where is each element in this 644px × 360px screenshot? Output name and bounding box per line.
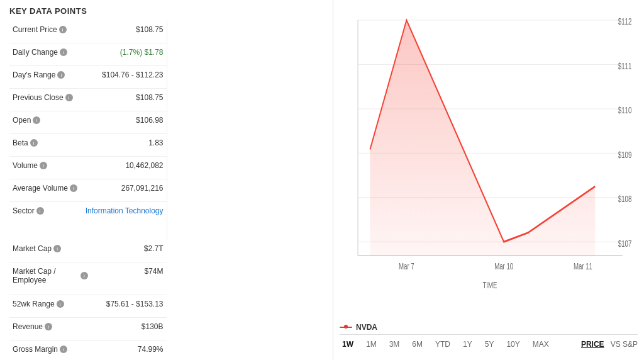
time-btn-10y[interactable]: 10Y bbox=[504, 339, 522, 350]
open-value: $106.98 bbox=[136, 116, 163, 125]
x-label-mar11: Mar 11 bbox=[574, 261, 592, 272]
metric-buttons: PRICE VS S&P bbox=[581, 340, 638, 349]
section-title: KEY DATA POINTS bbox=[9, 6, 323, 16]
time-btn-ytd[interactable]: YTD bbox=[433, 339, 453, 350]
time-btn-5y[interactable]: 5Y bbox=[482, 339, 497, 350]
market-cap-employee-label: Market Cap / Employee i bbox=[13, 267, 88, 284]
left-panel: KEY DATA POINTS Current Price i $108.75 … bbox=[0, 0, 333, 360]
current-price-info-icon[interactable]: i bbox=[59, 26, 67, 33]
open-info-icon[interactable]: i bbox=[33, 116, 40, 124]
market-cap-employee-info-icon[interactable]: i bbox=[80, 272, 88, 279]
open-label: Open i bbox=[13, 116, 40, 125]
market-cap-row: Market Cap i $2.7T bbox=[9, 240, 167, 262]
avg-volume-row: Average Volume i 267,091,216 bbox=[9, 179, 167, 202]
gross-margin-label: Gross Margin i bbox=[13, 345, 67, 354]
market-cap-employee-value: $74M bbox=[144, 267, 163, 276]
volume-value: 10,462,082 bbox=[125, 161, 163, 170]
sector-value[interactable]: Information Technology bbox=[86, 206, 164, 215]
days-range-row: Day's Range i $104.76 - $112.23 bbox=[9, 66, 167, 89]
chart-legend: NVDA bbox=[340, 320, 638, 334]
previous-close-info-icon[interactable]: i bbox=[65, 94, 73, 101]
sector-info-icon[interactable]: i bbox=[36, 207, 44, 215]
52wk-range-value: $75.61 - $153.13 bbox=[106, 300, 164, 308]
52wk-range-info-icon[interactable]: i bbox=[57, 300, 64, 308]
right-col: Market Cap i $2.7T Market Cap / Employee… bbox=[9, 240, 167, 360]
market-cap-label: Market Cap i bbox=[13, 244, 61, 253]
time-btn-6m[interactable]: 6M bbox=[409, 339, 425, 350]
time-btn-1w[interactable]: 1W bbox=[340, 339, 356, 350]
daily-change-row: Daily Change i (1.7%) $1.78 bbox=[9, 43, 167, 66]
avg-volume-info-icon[interactable]: i bbox=[70, 184, 77, 192]
volume-label: Volume i bbox=[13, 161, 47, 170]
metric-btn-price[interactable]: PRICE bbox=[581, 340, 604, 349]
revenue-label: Revenue i bbox=[13, 322, 52, 331]
time-btn-3m[interactable]: 3M bbox=[387, 339, 402, 350]
daily-change-info-icon[interactable]: i bbox=[60, 48, 67, 56]
y-label-109: $109 bbox=[618, 150, 632, 160]
chart-area: $112 $111 $110 $109 $108 $107 Price bbox=[340, 6, 638, 320]
price-chart: $112 $111 $110 $109 $108 $107 Price bbox=[340, 6, 638, 320]
avg-volume-value: 267,091,216 bbox=[121, 184, 164, 193]
market-cap-info-icon[interactable]: i bbox=[53, 245, 61, 252]
time-metric-bar: 1W 1M 3M 6M YTD 1Y 5Y 10Y MAX PRICE VS S… bbox=[340, 334, 638, 354]
legend-ticker: NVDA bbox=[356, 323, 377, 332]
revenue-info-icon[interactable]: i bbox=[45, 323, 52, 330]
y-label-112: $112 bbox=[618, 16, 632, 27]
time-btn-1y[interactable]: 1Y bbox=[460, 339, 475, 350]
chart-area-fill bbox=[370, 20, 595, 256]
data-grid: Current Price i $108.75 Daily Change i (… bbox=[9, 21, 323, 360]
volume-row: Volume i 10,462,082 bbox=[9, 157, 167, 179]
beta-value: 1.83 bbox=[148, 138, 163, 147]
daily-change-value: (1.7%) $1.78 bbox=[120, 48, 164, 57]
days-range-label: Day's Range i bbox=[13, 70, 65, 79]
x-label-mar10: Mar 10 bbox=[494, 261, 513, 272]
current-price-row: Current Price i $108.75 bbox=[9, 21, 167, 43]
metric-btn-vs-sp[interactable]: VS S&P bbox=[611, 340, 638, 349]
y-label-110: $110 bbox=[618, 105, 632, 116]
avg-volume-label: Average Volume i bbox=[13, 184, 77, 193]
daily-change-label: Daily Change i bbox=[13, 48, 67, 57]
open-row: Open i $106.98 bbox=[9, 111, 167, 134]
market-cap-value: $2.7T bbox=[144, 244, 164, 253]
y-label-108: $108 bbox=[618, 194, 632, 205]
previous-close-label: Previous Close i bbox=[13, 93, 73, 102]
market-cap-employee-row: Market Cap / Employee i $74M bbox=[9, 262, 167, 295]
time-btn-1m[interactable]: 1M bbox=[364, 339, 379, 350]
gross-margin-row: Gross Margin i 74.99% bbox=[9, 340, 167, 360]
days-range-value: $104.76 - $112.23 bbox=[102, 70, 163, 79]
previous-close-row: Previous Close i $108.75 bbox=[9, 89, 167, 111]
sector-label: Sector i bbox=[13, 206, 44, 215]
gross-margin-value: 74.99% bbox=[138, 345, 164, 354]
gross-margin-info-icon[interactable]: i bbox=[60, 346, 67, 353]
beta-row: Beta i 1.83 bbox=[9, 134, 167, 157]
beta-label: Beta i bbox=[13, 138, 38, 147]
current-price-value: $108.75 bbox=[136, 25, 163, 34]
legend-line-icon bbox=[340, 327, 352, 328]
column-divider bbox=[167, 21, 167, 240]
previous-close-value: $108.75 bbox=[136, 93, 163, 102]
x-axis-title: TIME bbox=[482, 280, 497, 291]
beta-info-icon[interactable]: i bbox=[30, 139, 38, 147]
right-panel: $112 $111 $110 $109 $108 $107 Price bbox=[333, 0, 644, 360]
sector-row: Sector i Information Technology bbox=[9, 202, 167, 240]
y-label-111: $111 bbox=[618, 61, 632, 72]
revenue-value: $130B bbox=[142, 322, 164, 331]
52wk-range-label: 52wk Range i bbox=[13, 300, 64, 308]
y-label-107: $107 bbox=[618, 239, 632, 249]
left-col: Current Price i $108.75 Daily Change i (… bbox=[9, 21, 167, 240]
current-price-label: Current Price i bbox=[13, 25, 67, 34]
52wk-range-row: 52wk Range i $75.61 - $153.13 bbox=[9, 295, 167, 318]
time-btn-max[interactable]: MAX bbox=[530, 339, 552, 350]
x-label-mar7: Mar 7 bbox=[399, 261, 414, 272]
revenue-row: Revenue i $130B bbox=[9, 318, 167, 340]
days-range-info-icon[interactable]: i bbox=[57, 71, 65, 79]
volume-info-icon[interactable]: i bbox=[40, 162, 47, 169]
